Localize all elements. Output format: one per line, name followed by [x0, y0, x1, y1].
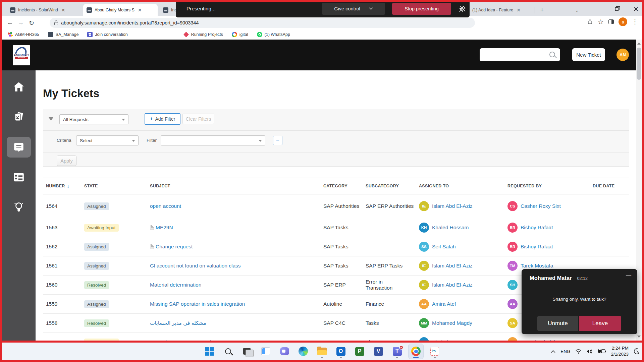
requested-by-link[interactable]: Tarek Mostafa — [521, 263, 553, 269]
column-header-assigned-to[interactable]: ASSIGNED TO — [416, 184, 504, 188]
bookmark-star-icon[interactable]: ☆ — [598, 18, 604, 26]
window-minimize-button[interactable]: — — [590, 3, 605, 15]
column-header-state[interactable]: STATE — [81, 184, 147, 188]
ticket-subject-link[interactable]: ME29N — [156, 225, 173, 230]
popup-minimize-icon[interactable]: — — [626, 273, 631, 279]
requested-by-link[interactable]: Bishoy Rafaat — [521, 225, 553, 231]
language-indicator[interactable]: ENG — [560, 349, 570, 354]
tray-chevron-up-icon[interactable] — [551, 350, 555, 353]
clear-filters-button[interactable]: Clear Filters — [182, 114, 214, 124]
assigned-to-link[interactable]: Islam Abd El-Aziz — [432, 282, 473, 288]
leave-button[interactable]: Leave — [579, 316, 621, 331]
abou-ghaly-logo[interactable]: ABOU GHALY MOTORS — [13, 45, 30, 65]
task-view-button[interactable] — [239, 344, 254, 359]
forward-icon[interactable]: → — [15, 17, 26, 28]
bookmark-agm-hr365[interactable]: AGM-HR365 — [7, 32, 39, 37]
table-row[interactable]: 1562 Assigned Change request SAP Tasks S… — [43, 237, 629, 256]
assigned-to-link[interactable]: Seif Salah — [432, 244, 456, 250]
filter-value-select[interactable] — [161, 135, 265, 145]
taskbar-search-button[interactable] — [221, 344, 235, 359]
widgets-button[interactable] — [258, 344, 273, 359]
give-control-button[interactable]: Give control — [322, 3, 385, 15]
share-icon[interactable] — [587, 19, 593, 25]
sidebar-item-home[interactable] — [7, 76, 31, 97]
ticket-subject-link[interactable]: Missing SAP operator in sales integratio… — [150, 301, 245, 307]
tab-abou-ghaly-motors[interactable]: Abou Ghaly Motors S ✕ — [83, 4, 158, 16]
column-header-due-date[interactable]: DUE DATE — [590, 184, 629, 188]
tab-incidents-solarwinds[interactable]: Incidents - SolarWind ✕ — [7, 4, 81, 16]
bookmark-running-projects[interactable]: Running Projects — [183, 32, 223, 37]
bookmark-sa-manage[interactable]: SA_Manage — [48, 32, 79, 37]
wifi-icon[interactable] — [575, 349, 582, 354]
new-tab-button[interactable]: + — [537, 5, 547, 15]
column-header-subcategory[interactable]: SUBCATEGORY — [363, 184, 416, 188]
assigned-to-link[interactable]: Khaled Hossam — [432, 225, 469, 231]
ticket-subject-link[interactable]: Change request — [156, 244, 193, 249]
tab-search-chevron-icon[interactable]: ⌄ — [572, 5, 582, 15]
tab-close-icon[interactable]: ✕ — [137, 7, 143, 13]
battery-plug-icon[interactable] — [598, 349, 606, 354]
view-select[interactable]: All Requests — [59, 114, 128, 124]
requested-by-link[interactable]: Bishoy Rafaat — [521, 244, 553, 250]
address-bar[interactable]: aboughaly.samanage.com/incidents.portal?… — [50, 18, 475, 28]
stop-presenting-button[interactable]: Stop presenting — [392, 3, 451, 15]
sidebar-item-forms[interactable] — [7, 167, 31, 188]
sidebar-item-ideas[interactable] — [7, 197, 31, 218]
window-close-button[interactable]: ✕ — [629, 3, 643, 15]
column-header-requested-by[interactable]: REQUESTED BY — [504, 184, 590, 188]
user-avatar[interactable]: AN — [616, 49, 629, 61]
edge-button[interactable] — [296, 344, 311, 359]
snipping-tool-button[interactable] — [427, 344, 442, 359]
clock[interactable]: 2:24 PM 2/1/2023 — [611, 345, 629, 357]
apply-button[interactable]: Apply — [57, 156, 76, 166]
column-header-category[interactable]: CATEGORY — [320, 184, 363, 188]
reload-icon[interactable]: ↻ — [26, 17, 37, 28]
browser-profile-avatar[interactable]: a — [619, 17, 627, 26]
volume-icon[interactable] — [587, 349, 593, 354]
focus-assist-moon-icon[interactable] — [634, 348, 639, 354]
requested-by-link[interactable]: Casher Roxy Sixt — [521, 203, 561, 209]
ticket-subject-link[interactable]: Material determination — [150, 282, 201, 288]
requested-by-link[interactable]: Mostafa Shalaby — [521, 339, 559, 341]
tab-close-icon[interactable]: ✕ — [61, 7, 66, 13]
teams-button[interactable]: T — [390, 344, 405, 359]
assigned-to-link[interactable]: Islam Abd El-Aziz — [432, 203, 473, 209]
project-button[interactable]: P — [352, 344, 367, 359]
scrollbar-thumb[interactable] — [637, 48, 641, 80]
side-panel-icon[interactable] — [608, 19, 614, 24]
ticket-subject-link[interactable]: Gl account not found on valuation class — [150, 263, 241, 268]
criteria-select[interactable]: Select — [76, 135, 139, 145]
app-search-input[interactable] — [480, 48, 560, 61]
ticket-subject-link[interactable]: open account — [150, 203, 181, 209]
back-icon[interactable]: ← — [5, 17, 15, 28]
visio-button[interactable]: V — [371, 344, 386, 359]
browser-menu-icon[interactable]: ⋮ — [632, 18, 638, 25]
scroll-up-icon[interactable] — [637, 42, 641, 45]
start-button[interactable] — [202, 344, 217, 359]
window-restore-button[interactable] — [609, 3, 624, 15]
ticket-subject-link[interactable]: Recurring Document Number — [150, 339, 218, 341]
assigned-to-link[interactable]: Khaled Hossam — [432, 339, 469, 341]
sidebar-item-tasks[interactable] — [7, 107, 31, 127]
sidebar-item-incidents[interactable] — [7, 137, 31, 158]
ticket-subject-link[interactable]: مشكله فى مدير الحسابات — [150, 320, 206, 326]
table-row[interactable]: 1563 Awaiting Input ME29N SAP Tasks KHKh… — [43, 218, 629, 237]
chrome-button[interactable] — [409, 344, 423, 359]
tab-close-icon[interactable]: ✕ — [516, 7, 521, 13]
bookmark-igital[interactable]: igital — [232, 32, 248, 37]
chat-button[interactable] — [277, 344, 292, 359]
assigned-to-link[interactable]: Amira Atef — [432, 301, 456, 307]
outlook-button[interactable]: O — [333, 344, 348, 359]
file-explorer-button[interactable] — [315, 344, 329, 359]
table-row[interactable]: 1564 Assigned open account SAP Authoriti… — [43, 194, 629, 218]
bookmark-join-conversation[interactable]: Join conversation — [87, 32, 127, 37]
unmute-button[interactable]: Unmute — [537, 316, 578, 331]
scroll-down-icon[interactable] — [637, 336, 641, 338]
collapse-filters-icon[interactable] — [49, 117, 53, 121]
column-header-number[interactable]: NUMBER↓ — [43, 183, 81, 189]
assigned-to-link[interactable]: Mohamed Magdy — [432, 320, 472, 326]
sort-desc-icon[interactable]: ↓ — [67, 183, 70, 189]
tab-add-idea[interactable]: (1) Add Idea - Feature ✕ — [469, 4, 533, 16]
remove-filter-button[interactable]: − — [273, 136, 282, 145]
assigned-to-link[interactable]: Islam Abd El-Aziz — [432, 263, 473, 269]
